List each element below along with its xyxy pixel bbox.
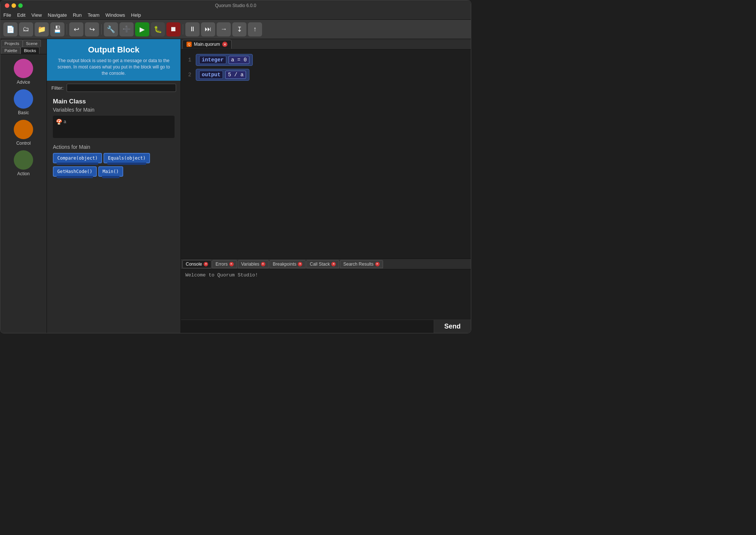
save-btn[interactable]: 💾 [50, 22, 64, 36]
var-icon: 🍄 [56, 119, 62, 125]
menu-navigate[interactable]: Navigate [48, 12, 67, 18]
menu-team[interactable]: Team [87, 12, 99, 18]
build-btn[interactable]: 🔧 [104, 22, 118, 36]
pause-icon: ⏸ [189, 25, 196, 33]
bottom-tab-errors[interactable]: Errors ✕ [212, 260, 237, 268]
output-block-desc: The output block is used to get a messag… [54, 58, 173, 76]
save-icon: 💾 [53, 25, 61, 33]
open-btn[interactable]: 📁 [35, 22, 49, 36]
tab-blocks[interactable]: Blocks [20, 47, 39, 54]
left-column: Projects Scene Palette Blocks Advice Bas… [0, 39, 47, 333]
code-block-2[interactable]: output 5 / a [196, 69, 249, 81]
step-over-btn[interactable]: ⏭ [201, 22, 215, 36]
minimize-button[interactable] [12, 3, 16, 8]
debug-btn[interactable]: 🐛 [151, 22, 165, 36]
variables-tab-label: Variables [241, 262, 259, 267]
left-panel-tabs: Projects Scene Palette Blocks [0, 39, 47, 54]
console-output: Welcome to Quorum Studio! [181, 269, 471, 320]
step-back-btn[interactable]: ↑ [248, 22, 262, 36]
toolbar: 📄 🗂 📁 💾 ↩ ↪ 🔧 ➕ ▶ 🐛 ⏹ [0, 20, 471, 39]
console-input-row: Send [181, 320, 471, 333]
variables-tab-close[interactable]: ✕ [261, 262, 265, 266]
toolbar-sep-3 [183, 24, 183, 35]
bottom-tab-console[interactable]: Console ✕ [182, 260, 211, 268]
palette-action[interactable]: Action [7, 149, 40, 178]
right-column: Q Main.quorum ✕ 1 integer a = 0 2 [181, 39, 471, 333]
add-icon: ➕ [122, 25, 131, 33]
menu-run[interactable]: Run [73, 12, 82, 18]
actions-list: Compare(object) Equals(object) GetHashCo… [53, 153, 175, 180]
tab-scene[interactable]: Scene [23, 40, 41, 47]
vars-area: 🍄 a [53, 116, 175, 138]
breakpoints-tab-close[interactable]: ✕ [298, 262, 302, 266]
toolbar-sep-2 [101, 24, 102, 35]
console-input[interactable] [181, 320, 434, 333]
action-main[interactable]: Main() [98, 166, 123, 177]
titlebar: Quorum Studio 6.0.0 [0, 0, 471, 11]
debug-icon: 🐛 [154, 25, 162, 33]
add-btn[interactable]: ➕ [119, 22, 134, 36]
new-file-btn[interactable]: 📄 [3, 22, 17, 36]
new-file-icon: 📄 [6, 25, 15, 33]
searchresults-tab-label: Search Results [343, 262, 373, 267]
stop-btn[interactable]: ⏹ [166, 22, 181, 36]
filter-input[interactable] [67, 84, 176, 92]
keyword-integer: integer [199, 56, 226, 64]
menu-help[interactable]: Help [131, 12, 141, 18]
menubar: File Edit View Navigate Run Team Windows… [0, 11, 471, 20]
output-block-title: Output Block [54, 45, 173, 55]
callstack-tab-close[interactable]: ✕ [331, 262, 336, 266]
bottom-tab-breakpoints[interactable]: Breakpoints ✕ [269, 260, 306, 268]
filter-row: Filter: [47, 81, 181, 95]
code-editor[interactable]: 1 integer a = 0 2 output 5 / a [181, 49, 471, 259]
send-button[interactable]: Send [434, 320, 471, 333]
redo-btn[interactable]: ↪ [85, 22, 99, 36]
new-project-icon: 🗂 [23, 25, 29, 33]
step-out-btn[interactable]: ↧ [232, 22, 246, 36]
code-block-1[interactable]: integer a = 0 [196, 54, 253, 66]
menu-file[interactable]: File [3, 12, 11, 18]
breakpoints-tab-label: Breakpoints [273, 262, 296, 267]
console-tab-close[interactable]: ✕ [204, 262, 208, 266]
var-name: a [64, 119, 66, 124]
quorum-icon: Q [186, 42, 192, 47]
errors-tab-close[interactable]: ✕ [229, 262, 234, 266]
maximize-button[interactable] [18, 3, 23, 8]
palette-control[interactable]: Control [7, 118, 40, 147]
palette-advice[interactable]: Advice [7, 57, 40, 86]
step-back-icon: ↑ [253, 25, 257, 33]
searchresults-tab-close[interactable]: ✕ [375, 262, 380, 266]
console-tab-label: Console [186, 262, 202, 267]
window-controls[interactable] [5, 3, 23, 8]
filter-label: Filter: [51, 85, 64, 91]
var-item-a: 🍄 a [56, 119, 172, 125]
new-project-btn[interactable]: 🗂 [19, 22, 33, 36]
run-btn[interactable]: ▶ [135, 22, 149, 36]
step-into-btn[interactable]: → [217, 22, 231, 36]
output-block-header: Output Block The output block is used to… [47, 39, 181, 81]
editor-tab-close[interactable]: ✕ [222, 42, 227, 47]
line-num-1: 1 [184, 57, 191, 63]
menu-view[interactable]: View [31, 12, 42, 18]
tab-palette[interactable]: Palette [1, 47, 20, 54]
menu-windows[interactable]: Windows [105, 12, 125, 18]
basic-label: Basic [18, 110, 29, 115]
menu-edit[interactable]: Edit [17, 12, 25, 18]
tab-projects[interactable]: Projects [1, 40, 23, 47]
action-equals[interactable]: Equals(object) [103, 153, 150, 163]
palette-basic[interactable]: Basic [7, 88, 40, 117]
bottom-tab-variables[interactable]: Variables ✕ [238, 260, 269, 268]
action-gethashcode[interactable]: GetHashCode() [53, 166, 97, 177]
undo-btn[interactable]: ↩ [69, 22, 83, 36]
run-icon: ▶ [140, 25, 145, 33]
bottom-tab-callstack[interactable]: Call Stack ✕ [306, 260, 339, 268]
action-compare[interactable]: Compare(object) [53, 153, 102, 163]
editor-tab-main[interactable]: Q Main.quorum ✕ [182, 40, 232, 49]
build-icon: 🔧 [107, 25, 115, 33]
bottom-tab-searchresults[interactable]: Search Results ✕ [340, 260, 383, 268]
blocks-panel: Output Block The output block is used to… [47, 39, 181, 333]
section-title: Main Class [53, 98, 175, 105]
pause-btn[interactable]: ⏸ [185, 22, 200, 36]
close-button[interactable] [5, 3, 9, 8]
callstack-tab-label: Call Stack [310, 262, 330, 267]
